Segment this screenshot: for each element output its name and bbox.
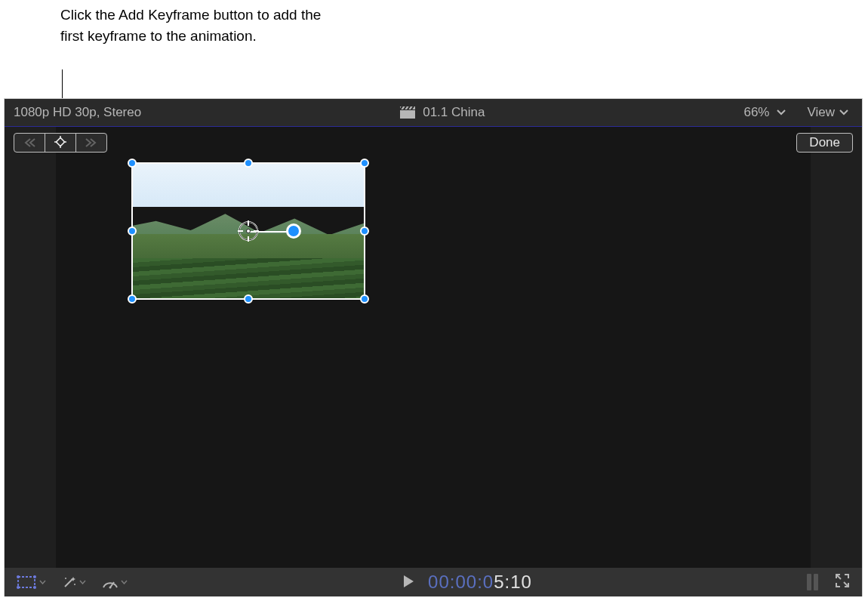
clapperboard-icon	[400, 106, 415, 119]
chevron-down-icon	[39, 580, 46, 584]
svg-point-22	[33, 586, 36, 589]
add-keyframe-icon	[52, 136, 69, 149]
svg-point-27	[109, 587, 112, 589]
chevron-down-icon	[839, 109, 848, 116]
svg-point-25	[74, 584, 75, 585]
timecode-display[interactable]: 00:00:05:10	[428, 572, 532, 593]
svg-point-24	[65, 578, 66, 579]
next-keyframe-icon	[85, 137, 98, 148]
next-keyframe-button[interactable]	[75, 134, 106, 152]
svg-line-30	[844, 582, 848, 586]
letterbox-left	[5, 127, 56, 568]
retime-tool-dropdown[interactable]	[101, 575, 128, 589]
resize-handle-top-right[interactable]	[360, 159, 369, 168]
bottom-toolbar: 00:00:05:10	[5, 568, 862, 596]
transform-tool-icon	[15, 575, 38, 590]
transform-tool-dropdown[interactable]	[15, 575, 46, 590]
prev-keyframe-icon	[23, 137, 36, 148]
svg-point-21	[17, 586, 20, 589]
done-button[interactable]: Done	[796, 133, 853, 153]
done-label: Done	[809, 135, 840, 149]
clip-name: 01.1 China	[423, 105, 485, 120]
play-icon	[402, 575, 414, 588]
zoom-value: 66%	[743, 105, 769, 120]
callout-text: Click the Add Keyframe button to add the…	[60, 5, 332, 46]
title-bar: 1080p HD 30p, Stereo 01.1 China 66%	[5, 99, 862, 126]
view-dropdown[interactable]: View	[807, 105, 848, 120]
format-label: 1080p HD 30p, Stereo	[14, 105, 141, 119]
timecode-prefix: 00:00:0	[428, 572, 494, 592]
keyframe-button-group	[14, 133, 107, 153]
svg-rect-6	[56, 137, 64, 146]
svg-line-23	[65, 579, 72, 587]
resize-handle-top-middle[interactable]	[244, 159, 253, 168]
anchor-target-icon[interactable]	[237, 220, 260, 242]
fullscreen-button[interactable]	[835, 572, 850, 593]
effects-wand-icon	[61, 574, 78, 590]
retime-speedometer-icon	[101, 575, 119, 589]
resize-handle-bottom-left[interactable]	[128, 294, 137, 304]
chevron-down-icon	[121, 580, 128, 584]
svg-point-17	[247, 230, 251, 233]
resize-handle-middle-right[interactable]	[360, 227, 369, 236]
view-label: View	[807, 105, 835, 120]
prev-keyframe-button[interactable]	[14, 134, 45, 152]
svg-point-20	[33, 575, 36, 578]
audio-meter-bar	[807, 574, 811, 590]
resize-handle-bottom-right[interactable]	[360, 294, 369, 304]
add-keyframe-button[interactable]	[45, 134, 75, 152]
timecode-highlight: 5:10	[494, 572, 532, 592]
svg-marker-28	[404, 575, 414, 587]
play-button[interactable]	[402, 572, 414, 593]
audio-meter-bar	[814, 574, 818, 590]
svg-line-29	[837, 575, 841, 579]
fullscreen-icon	[835, 573, 850, 588]
svg-rect-18	[18, 577, 35, 587]
chevron-down-icon	[777, 109, 786, 116]
clip-transform-box[interactable]	[131, 162, 365, 300]
resize-handle-top-left[interactable]	[128, 159, 137, 168]
letterbox-right	[811, 127, 862, 568]
chevron-down-icon	[79, 580, 86, 584]
viewer-canvas[interactable]: Done	[5, 127, 862, 568]
zoom-dropdown[interactable]: 66%	[743, 105, 786, 120]
viewer-window: 1080p HD 30p, Stereo 01.1 China 66%	[4, 98, 863, 596]
resize-handle-bottom-middle[interactable]	[244, 294, 253, 304]
rotation-handle[interactable]	[286, 223, 301, 239]
svg-rect-0	[400, 110, 415, 119]
effects-tool-dropdown[interactable]	[61, 574, 86, 590]
svg-point-19	[17, 575, 20, 578]
resize-handle-middle-left[interactable]	[128, 227, 137, 236]
audio-meters[interactable]	[807, 574, 818, 590]
